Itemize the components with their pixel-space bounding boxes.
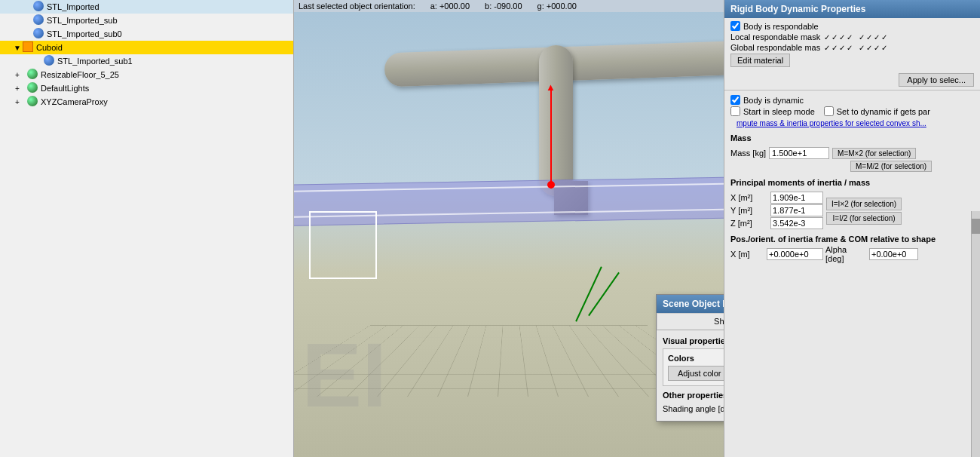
y-m2-label: Y [m²] <box>730 206 768 215</box>
z-m2-label: Z [m²] <box>730 219 768 228</box>
inertia-x-row: X [m²] <box>730 192 823 204</box>
sphere-icon-stl-imported-sub0 <box>33 28 45 40</box>
orientation-a: a: +000.00 <box>430 2 470 11</box>
label-stl-imported-sub0: STL_Imported_sub0 <box>47 29 122 38</box>
tree-item-xyz-camera[interactable]: + XYZCameraProxy <box>0 95 293 109</box>
sleep-mode-row: Start in sleep mode Set to dynamic if ge… <box>730 106 974 116</box>
global-mask-row: Global respondable mas ✓ ✓ ✓ ✓ ✓ ✓ ✓ ✓ <box>730 43 974 52</box>
edit-material-button[interactable]: Edit material <box>730 54 790 67</box>
global-mask-checks-2: ✓ ✓ ✓ ✓ <box>859 44 887 52</box>
m-m2-2-button[interactable]: M=M/2 (for selection) <box>850 161 932 172</box>
rigid-body-panel: Rigid Body Dynamic Properties Body is re… <box>724 0 980 457</box>
local-mask-checks-1: ✓ ✓ ✓ ✓ <box>824 33 853 41</box>
global-mask-checks-1: ✓ ✓ ✓ ✓ <box>824 44 853 52</box>
label-resizable-floor: ResizableFloor_5_25 <box>41 70 119 79</box>
orientation-label: Last selected object orientation: <box>299 2 415 11</box>
edit-material-row: Edit material <box>730 54 974 67</box>
label-cuboid: Cuboid <box>36 43 63 52</box>
tree-item-stl-imported-sub[interactable]: STL_Imported_sub <box>0 14 293 27</box>
tree-item-default-lights[interactable]: + DefaultLights <box>0 81 293 95</box>
orientation-b: b: -090.00 <box>485 2 522 11</box>
adjust-color-button[interactable]: Adjust color <box>668 366 724 381</box>
pos-x-input[interactable] <box>767 248 823 260</box>
tree-item-cuboid[interactable]: ▼ Cuboid <box>0 41 293 54</box>
label-stl-imported-sub1: STL_Imported_sub1 <box>57 57 133 66</box>
body-dynamic-checkbox[interactable] <box>730 95 740 105</box>
i-i2-button[interactable]: I=I×2 (for selection) <box>826 198 902 210</box>
mass-input[interactable] <box>769 147 829 159</box>
viewport-header: Last selected object orientation: a: +00… <box>294 0 724 12</box>
label-default-lights: DefaultLights <box>41 84 89 93</box>
m-m2-2-row: M=M/2 (for selection) <box>730 161 974 172</box>
mass-kg-label: Mass [kg] <box>730 149 766 158</box>
body-dynamic-row: Body is dynamic <box>730 95 974 105</box>
sphere-icon-stl-imported-sub <box>33 14 45 26</box>
mass-value-row: Mass [kg] M=M×2 (for selection) <box>730 147 974 159</box>
dialog-content: Visual properties Colors Adjust color Ap… <box>657 330 724 421</box>
x-m2-input[interactable] <box>770 192 823 204</box>
expander-xyz-camera[interactable]: + <box>12 98 23 106</box>
inertia-section: X [m²] Y [m²] Z [m²] I=I×2 (f <box>724 189 980 233</box>
compute-mass-label[interactable]: mpute mass & inertia properties for sele… <box>730 118 974 129</box>
apply-to-selection-button-rp[interactable]: Apply to selec... <box>899 73 974 87</box>
tree-item-resizable-floor[interactable]: + ResizableFloor_5_25 <box>0 68 293 81</box>
sleep-mode-label: Start in sleep mode <box>743 107 815 116</box>
label-stl-imported-sub: STL_Imported_sub <box>47 16 118 25</box>
inertia-z-row: Z [m²] <box>730 217 823 229</box>
expander-cuboid[interactable]: ▼ <box>12 44 23 52</box>
visual-properties-label: Visual properties <box>663 336 724 345</box>
mass-section: Mass [kg] M=M×2 (for selection) M=M/2 (f… <box>724 144 980 176</box>
principal-moments-title: Principal moments of inertia / mass <box>724 176 980 189</box>
inertia-buttons: I=I×2 (for selection) I=I/2 (for selecti… <box>826 192 902 230</box>
tree-item-stl-imported-sub1[interactable]: STL_Imported_sub1 <box>0 54 293 68</box>
apply-to-selection-row: Apply to selec... <box>724 72 980 88</box>
shading-angle-label: Shading angle [deg] <box>663 404 724 413</box>
scene-tree[interactable]: STL_Imported STL_Imported_sub STL_Import… <box>0 0 293 457</box>
dynamic-section: Body is dynamic Start in sleep mode Set … <box>724 92 980 132</box>
local-mask-checks-2: ✓ ✓ ✓ ✓ <box>859 33 887 41</box>
colors-subsection: Colors Adjust color <box>663 348 724 386</box>
set-dynamic-label: Set to dynamic if gets par <box>837 107 930 116</box>
scene-tree-panel: STL_Imported STL_Imported_sub STL_Import… <box>0 0 294 457</box>
expander-default-lights[interactable]: + <box>12 84 23 93</box>
tree-item-stl-imported[interactable]: STL_Imported <box>0 0 293 14</box>
red-arrow-up <box>550 90 552 189</box>
sphere-icon-stl-imported <box>33 1 45 13</box>
pos-orient-title: Pos./orient. of inertia frame & COM rela… <box>724 233 980 245</box>
i-i2-2-button[interactable]: I=I/2 (for selection) <box>826 212 902 225</box>
expander-resizable-floor[interactable]: + <box>12 71 23 79</box>
dialog-tabs: Shape Common <box>657 313 724 330</box>
body-respondable-row: Body is respondable <box>730 21 974 31</box>
label-xyz-camera: XYZCameraProxy <box>41 97 108 106</box>
colors-label: Colors <box>668 354 724 363</box>
inertia-labels-inputs: X [m²] Y [m²] Z [m²] <box>730 192 823 230</box>
other-properties-label: Other properties <box>663 391 724 400</box>
x-m2-label: X [m²] <box>730 193 768 202</box>
alpha-input[interactable] <box>869 248 918 260</box>
divider-1 <box>724 90 980 90</box>
sleep-mode-checkbox[interactable] <box>730 106 740 116</box>
scene-object-properties-dialog[interactable]: Scene Object Properties × Shape Common V… <box>656 294 724 422</box>
body-respondable-label: Body is respondable <box>743 22 819 31</box>
z-m2-input[interactable] <box>770 217 823 229</box>
floor-icon-resizable <box>27 69 39 81</box>
mass-section-title: Mass <box>724 132 980 144</box>
tree-item-stl-imported-sub0[interactable]: STL_Imported_sub0 <box>0 27 293 41</box>
pos-x-label: X [m] <box>730 250 764 259</box>
inertia-y-row: Y [m²] <box>730 204 823 216</box>
tab-shape[interactable]: Shape <box>657 313 724 330</box>
respondable-section: Body is respondable Local respondable ma… <box>724 18 980 72</box>
m-m2-button[interactable]: M=M×2 (for selection) <box>832 148 916 159</box>
set-dynamic-checkbox[interactable] <box>824 106 834 116</box>
pos-x-row: X [m] Alpha [deg] <box>724 245 980 263</box>
y-m2-input[interactable] <box>770 204 823 216</box>
body-respondable-checkbox[interactable] <box>730 21 740 31</box>
rigid-body-title: Rigid Body Dynamic Properties <box>724 0 980 18</box>
conveyor-arm-vertical <box>539 45 573 196</box>
sphere-icon-stl-imported-sub1 <box>44 55 56 67</box>
local-mask-row: Local respondable mask ✓ ✓ ✓ ✓ ✓ ✓ ✓ ✓ <box>730 32 974 41</box>
cube-icon-cuboid <box>23 41 35 54</box>
viewport[interactable]: Last selected object orientation: a: +00… <box>294 0 724 457</box>
local-mask-label: Local respondable mask <box>730 32 821 41</box>
global-mask-label: Global respondable mas <box>730 43 821 52</box>
